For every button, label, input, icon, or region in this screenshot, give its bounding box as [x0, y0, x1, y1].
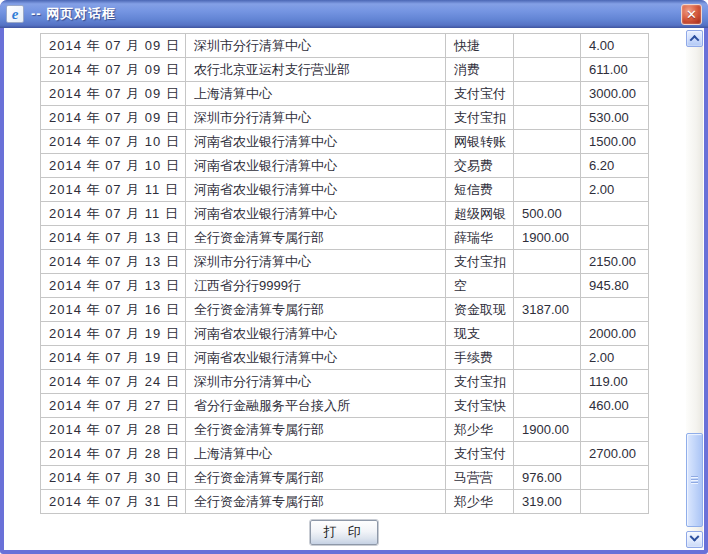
- cell-debit: 6.20: [581, 154, 649, 178]
- title-bar[interactable]: e -- 网页对话框 ✕: [0, 0, 708, 28]
- cell-credit: 319.00: [514, 490, 581, 514]
- scroll-up-button[interactable]: [686, 30, 703, 47]
- cell-date: 2014 年 07 月 09 日: [41, 106, 186, 130]
- cell-credit: 1900.00: [514, 226, 581, 250]
- cell-debit: 2700.00: [581, 442, 649, 466]
- cell-debit: 3000.00: [581, 82, 649, 106]
- table-row: 2014 年 07 月 10 日河南省农业银行清算中心网银转账1500.00: [41, 130, 649, 154]
- cell-org: 河南省农业银行清算中心: [186, 154, 446, 178]
- cell-debit: [581, 202, 649, 226]
- cell-credit: [514, 370, 581, 394]
- cell-date: 2014 年 07 月 13 日: [41, 274, 186, 298]
- cell-type: 支付宝快: [446, 394, 514, 418]
- table-row: 2014 年 07 月 13 日深圳市分行清算中心支付宝扣2150.00: [41, 250, 649, 274]
- cell-type: 网银转账: [446, 130, 514, 154]
- cell-org: 河南省农业银行清算中心: [186, 322, 446, 346]
- table-row: 2014 年 07 月 11 日河南省农业银行清算中心超级网银500.00: [41, 202, 649, 226]
- table-row: 2014 年 07 月 09 日深圳市分行清算中心支付宝扣530.00: [41, 106, 649, 130]
- cell-org: 全行资金清算专属行部: [186, 298, 446, 322]
- cell-credit: [514, 442, 581, 466]
- cell-type: 消费: [446, 58, 514, 82]
- cell-credit: 500.00: [514, 202, 581, 226]
- cell-date: 2014 年 07 月 13 日: [41, 226, 186, 250]
- button-row: 打 印: [40, 520, 648, 545]
- table-row: 2014 年 07 月 31 日全行资金清算专属行部郑少华319.00: [41, 490, 649, 514]
- cell-debit: 611.00: [581, 58, 649, 82]
- cell-type: 郑少华: [446, 490, 514, 514]
- cell-debit: 2.00: [581, 346, 649, 370]
- cell-type: 支付宝付: [446, 82, 514, 106]
- cell-date: 2014 年 07 月 28 日: [41, 418, 186, 442]
- cell-date: 2014 年 07 月 11 日: [41, 202, 186, 226]
- scrollbar-thumb[interactable]: [686, 433, 703, 527]
- cell-credit: [514, 274, 581, 298]
- cell-org: 全行资金清算专属行部: [186, 490, 446, 514]
- cell-date: 2014 年 07 月 10 日: [41, 130, 186, 154]
- table-row: 2014 年 07 月 27 日省分行金融服务平台接入所支付宝快460.00: [41, 394, 649, 418]
- table-row: 2014 年 07 月 13 日江西省分行9999行空945.80: [41, 274, 649, 298]
- cell-type: 手续费: [446, 346, 514, 370]
- table-row: 2014 年 07 月 13 日全行资金清算专属行部薛瑞华1900.00: [41, 226, 649, 250]
- table-row: 2014 年 07 月 30 日全行资金清算专属行部马营营976.00: [41, 466, 649, 490]
- cell-date: 2014 年 07 月 24 日: [41, 370, 186, 394]
- cell-org: 深圳市分行清算中心: [186, 34, 446, 58]
- cell-type: 快捷: [446, 34, 514, 58]
- cell-org: 深圳市分行清算中心: [186, 250, 446, 274]
- print-button[interactable]: 打 印: [310, 520, 378, 545]
- cell-credit: [514, 394, 581, 418]
- scroll-down-button[interactable]: [686, 531, 703, 548]
- close-button[interactable]: ✕: [681, 4, 702, 25]
- close-icon: ✕: [686, 8, 697, 21]
- cell-type: 交易费: [446, 154, 514, 178]
- cell-credit: [514, 130, 581, 154]
- cell-credit: [514, 58, 581, 82]
- cell-org: 深圳市分行清算中心: [186, 370, 446, 394]
- cell-date: 2014 年 07 月 31 日: [41, 490, 186, 514]
- transactions-table-body: 2014 年 07 月 09 日深圳市分行清算中心快捷4.002014 年 07…: [41, 34, 649, 514]
- cell-date: 2014 年 07 月 16 日: [41, 298, 186, 322]
- cell-credit: [514, 106, 581, 130]
- cell-credit: [514, 346, 581, 370]
- cell-debit: [581, 466, 649, 490]
- cell-type: 支付宝付: [446, 442, 514, 466]
- cell-credit: [514, 34, 581, 58]
- cell-org: 上海清算中心: [186, 82, 446, 106]
- cell-org: 全行资金清算专属行部: [186, 466, 446, 490]
- cell-debit: 460.00: [581, 394, 649, 418]
- cell-org: 深圳市分行清算中心: [186, 106, 446, 130]
- table-row: 2014 年 07 月 19 日河南省农业银行清算中心手续费2.00: [41, 346, 649, 370]
- table-row: 2014 年 07 月 09 日深圳市分行清算中心快捷4.00: [41, 34, 649, 58]
- ie-icon-glyph: e: [12, 7, 19, 22]
- cell-org: 河南省农业银行清算中心: [186, 178, 446, 202]
- cell-type: 现支: [446, 322, 514, 346]
- dialog-content: 2014 年 07 月 09 日深圳市分行清算中心快捷4.002014 年 07…: [4, 28, 704, 550]
- table-row: 2014 年 07 月 10 日河南省农业银行清算中心交易费6.20: [41, 154, 649, 178]
- cell-type: 超级网银: [446, 202, 514, 226]
- cell-org: 全行资金清算专属行部: [186, 226, 446, 250]
- cell-type: 马营营: [446, 466, 514, 490]
- chevron-up-icon: [690, 35, 700, 45]
- webpage-dialog: e -- 网页对话框 ✕ 2014 年 07 月 09 日深圳市分行清算中心快捷…: [0, 0, 708, 554]
- cell-type: 郑少华: [446, 418, 514, 442]
- cell-type: 支付宝扣: [446, 370, 514, 394]
- cell-org: 农行北京亚运村支行营业部: [186, 58, 446, 82]
- cell-date: 2014 年 07 月 11 日: [41, 178, 186, 202]
- cell-credit: 976.00: [514, 466, 581, 490]
- table-row: 2014 年 07 月 16 日全行资金清算专属行部资金取现3187.00: [41, 298, 649, 322]
- table-row: 2014 年 07 月 09 日上海清算中心支付宝付3000.00: [41, 82, 649, 106]
- cell-debit: 530.00: [581, 106, 649, 130]
- cell-org: 省分行金融服务平台接入所: [186, 394, 446, 418]
- cell-org: 河南省农业银行清算中心: [186, 130, 446, 154]
- cell-date: 2014 年 07 月 09 日: [41, 82, 186, 106]
- cell-type: 支付宝扣: [446, 106, 514, 130]
- chevron-down-icon: [690, 532, 700, 542]
- cell-date: 2014 年 07 月 19 日: [41, 346, 186, 370]
- cell-debit: 945.80: [581, 274, 649, 298]
- table-row: 2014 年 07 月 24 日深圳市分行清算中心支付宝扣119.00: [41, 370, 649, 394]
- vertical-scrollbar[interactable]: [686, 30, 703, 548]
- cell-date: 2014 年 07 月 13 日: [41, 250, 186, 274]
- cell-date: 2014 年 07 月 10 日: [41, 154, 186, 178]
- ie-icon: e: [6, 5, 24, 23]
- cell-type: 支付宝扣: [446, 250, 514, 274]
- cell-date: 2014 年 07 月 27 日: [41, 394, 186, 418]
